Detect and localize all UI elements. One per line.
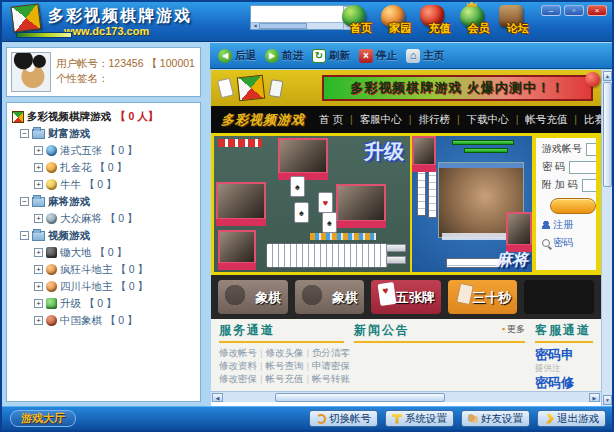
collapse-icon[interactable]	[20, 197, 29, 206]
scroll-down-icon[interactable]	[603, 395, 612, 405]
tree-item-zhongguoxiangqi[interactable]: 中国象棋 【 0 】	[34, 312, 197, 329]
captcha-input[interactable]	[582, 179, 598, 192]
game-icon	[46, 145, 57, 156]
refresh-button[interactable]: 刷新	[312, 49, 350, 63]
game-icon	[46, 298, 57, 309]
support-line[interactable]: 密码修	[535, 374, 593, 391]
website-link[interactable]: www.dc173.com	[64, 25, 149, 37]
service-link[interactable]: 负分清零	[303, 347, 349, 358]
system-settings-button[interactable]: 系统设置	[385, 410, 454, 427]
password-recover-link[interactable]: 密码	[542, 236, 596, 250]
floating-badge-icon[interactable]	[585, 72, 600, 87]
tree-item-gangshiwuzhang[interactable]: 港式五张 【 0 】	[34, 142, 197, 159]
login-button[interactable]	[550, 198, 596, 214]
card-icon	[378, 282, 397, 306]
tree-root[interactable]: 多彩视频棋牌游戏 【 0 人】	[10, 108, 197, 125]
back-button[interactable]: 后退	[218, 49, 256, 63]
account-input[interactable]	[586, 143, 598, 156]
nav-member-button[interactable]: 会员	[456, 3, 495, 41]
site-nav-support[interactable]: 客服中心	[343, 113, 402, 127]
password-input[interactable]	[569, 161, 598, 174]
more-link[interactable]: 更多	[502, 323, 525, 336]
tree-group-mahjong[interactable]: 麻将游戏	[20, 193, 197, 210]
home-button[interactable]: 主页	[406, 49, 444, 63]
ticker-scroll-thumb[interactable]	[259, 23, 307, 29]
collapse-icon[interactable]	[20, 231, 29, 240]
banner-sanshimiao[interactable]: 三十秒	[448, 280, 518, 314]
announcement-text	[254, 8, 341, 22]
user-avatar[interactable]	[11, 52, 51, 92]
site-nav-recharge[interactable]: 帐号充值	[509, 113, 568, 127]
expand-icon[interactable]	[34, 163, 43, 172]
banner-xiangqi-2[interactable]: 象棋	[295, 280, 365, 314]
exit-game-button[interactable]: 退出游戏	[537, 410, 606, 427]
wrench-icon	[392, 414, 402, 424]
sidebar: 用户帐号：123456 【 100001 】 个性签名： 多彩视频棋牌游戏 【 …	[2, 43, 205, 406]
tree-item-dazhongmajiang[interactable]: 大众麻将 【 0 】	[34, 210, 197, 227]
expand-icon[interactable]	[34, 248, 43, 257]
expand-icon[interactable]	[34, 299, 43, 308]
tree-item-shengji[interactable]: 升级 【 0 】	[34, 295, 197, 312]
service-link[interactable]: 申请密保	[303, 360, 349, 371]
nav-garden-button[interactable]: 家园	[377, 3, 416, 41]
service-link[interactable]: 修改头像	[257, 347, 303, 358]
nav-forum-button[interactable]: 论坛	[495, 3, 534, 41]
player-count: 【 0 人】	[115, 110, 158, 124]
minimize-button[interactable]	[541, 5, 561, 16]
expand-icon[interactable]	[34, 180, 43, 189]
nav-home-button[interactable]: 首页	[338, 3, 377, 41]
expand-icon[interactable]	[34, 282, 43, 291]
site-nav-logo: 多彩视频游戏	[221, 111, 305, 129]
ticker-scroll-left-icon[interactable]	[251, 23, 259, 29]
tree-group-wealth[interactable]: 财富游戏	[20, 125, 197, 142]
tree-item-fengkuangdoudizhu[interactable]: 疯狂斗地主 【 0 】	[34, 261, 197, 278]
ticker-scrollbar[interactable]	[251, 22, 343, 29]
site-nav-match[interactable]: 比赛中心	[567, 113, 601, 127]
page-vertical-scrollbar[interactable]	[601, 70, 612, 406]
service-link[interactable]: 修改密保	[219, 373, 257, 384]
tree-item-niuniu[interactable]: 牛牛 【 0 】	[34, 176, 197, 193]
friend-settings-button[interactable]: 好友设置	[461, 410, 530, 427]
user-account-line: 用户帐号：123456 【 100001 】	[56, 56, 196, 71]
page-horizontal-scrollbar[interactable]	[211, 391, 601, 402]
support-line[interactable]: 密码申	[535, 346, 593, 363]
tree-item-sichuandoudizhu[interactable]: 四川斗地主 【 0 】	[34, 278, 197, 295]
expand-icon[interactable]	[34, 316, 43, 325]
shengji-screenshot[interactable]: 升级	[214, 136, 410, 272]
banner-xiangqi-1[interactable]: 象棋	[218, 280, 288, 314]
maximize-button[interactable]	[564, 5, 584, 16]
tree-item-zhajinhua[interactable]: 扎金花 【 0 】	[34, 159, 197, 176]
site-nav-download[interactable]: 下载中心	[450, 113, 509, 127]
stop-button[interactable]: 停止	[359, 49, 397, 63]
service-link[interactable]: 帐号查询	[257, 360, 303, 371]
horizontal-scroll-thumb[interactable]	[275, 393, 445, 402]
register-link[interactable]: 注册	[542, 218, 596, 232]
collapse-icon[interactable]	[20, 129, 29, 138]
switch-account-button[interactable]: 切换帐号	[309, 410, 378, 427]
site-nav-home[interactable]: 首 页	[319, 113, 343, 127]
expand-icon[interactable]	[34, 146, 43, 155]
mahjong-screenshot[interactable]: 麻将	[412, 136, 532, 272]
expand-icon[interactable]	[34, 214, 43, 223]
vertical-scroll-thumb[interactable]	[603, 82, 612, 187]
banner-empty[interactable]	[524, 280, 594, 314]
support-column: 客服通道 密码申 提供注 密码修	[535, 322, 593, 391]
web-page: 多彩视频棋牌游戏 火爆内测中！！ 多彩视频游戏 首 页 客服中心 排行榜 下载中…	[211, 70, 601, 406]
scroll-up-icon[interactable]	[603, 71, 612, 81]
scroll-right-icon[interactable]	[589, 393, 600, 402]
nav-recharge-button[interactable]: 充值	[416, 3, 455, 41]
banner-wuzhangpai[interactable]: 五张牌	[371, 280, 441, 314]
forward-button[interactable]: 前进	[265, 49, 303, 63]
service-link[interactable]: 修改帐号	[219, 347, 257, 358]
close-button[interactable]	[587, 5, 607, 16]
site-nav-ranking[interactable]: 排行榜	[402, 113, 450, 127]
game-lobby-button[interactable]: 游戏大厅	[10, 410, 76, 427]
scroll-left-icon[interactable]	[212, 393, 223, 402]
service-link[interactable]: 帐号充值	[257, 373, 303, 384]
tree-group-video[interactable]: 视频游戏	[20, 227, 197, 244]
service-link[interactable]: 修改资料	[219, 360, 257, 371]
expand-icon[interactable]	[34, 265, 43, 274]
tree-item-chudadi[interactable]: 锄大地 【 0 】	[34, 244, 197, 261]
loading-progress-bar	[16, 32, 72, 38]
service-link[interactable]: 帐号转账	[303, 373, 349, 384]
